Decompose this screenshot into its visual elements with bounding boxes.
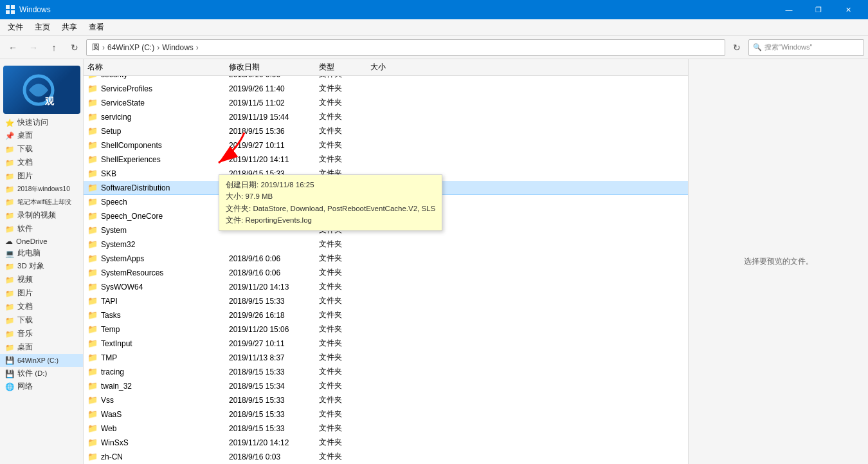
file-date: 2019/11/19 15:44	[229, 113, 319, 122]
table-row[interactable]: 📁 Setup 2018/9/15 15:36 文件夹	[84, 124, 688, 138]
forward-button[interactable]: →	[24, 39, 42, 57]
col-header-size[interactable]: 大小	[370, 62, 422, 73]
col-header-date[interactable]: 修改日期	[229, 62, 319, 73]
sidebar-item-ddrive[interactable]: 💾 软件 (D:)	[0, 367, 83, 380]
table-row[interactable]: 📁 TextInput 2019/9/27 10:11 文件夹	[84, 337, 688, 351]
up-button[interactable]: ↑	[45, 39, 63, 57]
file-name: WaaS	[101, 410, 122, 419]
file-type: 文件夹	[319, 267, 370, 278]
search-box[interactable]: 🔍 搜索"Windows"	[748, 39, 864, 56]
table-row[interactable]: 📁 TMP 2019/11/13 8:37 文件夹	[84, 351, 688, 365]
table-row[interactable]: 📁 Vss 2018/9/15 15:33 文件夹	[84, 393, 688, 407]
close-button[interactable]: ✕	[833, 0, 863, 19]
table-row[interactable]: 📁 WaaS 2018/9/15 15:33 文件夹	[84, 407, 688, 422]
file-date: 2018/9/15 15:36	[229, 127, 319, 136]
sidebar-item-onedrive[interactable]: ☁ OneDrive	[0, 236, 83, 247]
menu-home[interactable]: 主页	[30, 20, 55, 35]
folder-icon: 📁	[87, 254, 98, 263]
sidebar-item-docs[interactable]: 📁 文档	[0, 300, 83, 313]
table-row[interactable]: 📁 SystemApps 2018/9/16 0:06 文件夹	[84, 252, 688, 266]
col-header-type[interactable]: 类型	[319, 62, 370, 73]
folder-icon: 📁	[87, 225, 98, 235]
sidebar-item-2018win10[interactable]: 📁 2018年windows10	[0, 183, 83, 196]
table-row[interactable]: 📁 System32 文件夹	[84, 237, 688, 252]
table-row[interactable]: 📁 WinSxS 2019/11/20 14:12 文件夹	[84, 436, 688, 450]
table-row[interactable]: 📁 Speech_OneCore 文件夹	[84, 209, 688, 223]
sidebar-item-desktop2[interactable]: 📁 桌面	[0, 340, 83, 354]
sidebar-item-software1[interactable]: 📁 软件	[0, 222, 83, 236]
table-row[interactable]: 📁 twain_32 2018/9/15 15:34 文件夹	[84, 379, 688, 393]
sidebar-item-wifi[interactable]: 📁 笔记本wifi连上却没	[0, 196, 83, 209]
menu-share[interactable]: 共享	[57, 20, 82, 35]
table-row[interactable]: 📁 Speech 2018/9/15 15:33 文件夹	[84, 195, 688, 209]
menu-bar: 文件 主页 共享 查看	[0, 19, 868, 36]
file-type: 文件夹	[319, 140, 370, 151]
table-row[interactable]: 📁 SystemResources 2018/9/16 0:06 文件夹	[84, 266, 688, 280]
menu-view[interactable]: 查看	[84, 20, 109, 35]
sidebar-item-video-rec[interactable]: 📁 录制的视频	[0, 209, 83, 222]
sidebar-item-quickaccess[interactable]: ⭐ 快速访问	[0, 116, 83, 129]
file-name: Temp	[101, 325, 120, 334]
file-type: 文件夹	[319, 196, 370, 207]
sidebar-item-network[interactable]: 🌐 网络	[0, 380, 83, 393]
table-row[interactable]: 📁 Temp 2019/11/20 15:06 文件夹	[84, 322, 688, 337]
table-row[interactable]: 📁 tracing 2018/9/15 15:33 文件夹	[84, 365, 688, 379]
menu-file[interactable]: 文件	[3, 20, 28, 35]
file-name: TextInput	[101, 339, 132, 348]
folder-icon: 📁	[87, 381, 98, 391]
file-name: tracing	[101, 367, 124, 376]
star-icon: ⭐	[5, 118, 14, 127]
table-row[interactable]: 📁 servicing 2019/11/19 15:44 文件夹	[84, 110, 688, 124]
table-row[interactable]: 📁 TAPI 2018/9/15 15:33 文件夹	[84, 294, 688, 308]
sidebar-item-3d[interactable]: 📁 3D 对象	[0, 259, 83, 273]
folder-icon: 📁	[5, 172, 14, 181]
maximize-button[interactable]: ❐	[804, 0, 833, 19]
col-header-name[interactable]: 名称	[87, 62, 229, 73]
file-type: 文件夹	[319, 239, 370, 250]
table-row[interactable]: 📁 ShellExperiences 2019/11/20 14:11 文件夹	[84, 153, 688, 167]
folder-icon: 📁	[87, 353, 98, 362]
back-button[interactable]: ←	[4, 39, 22, 57]
folder-icon: 📁	[87, 339, 98, 348]
folder-icon: 📁	[5, 262, 14, 271]
table-row[interactable]: 📁 SoftwareDistribution 2019/11/14 16:59 …	[84, 181, 688, 195]
folder-icon: 📁	[87, 452, 98, 461]
file-name: Tasks	[101, 311, 121, 320]
refresh-button[interactable]: ↻	[66, 39, 84, 57]
sidebar-item-desktop1[interactable]: 📌 桌面	[0, 129, 83, 142]
sidebar: 观 ⭐ 快速访问 📌 桌面 📁 下载 📁 文档 📁 图片 📁 2018年wind…	[0, 59, 84, 464]
table-row[interactable]: 📁 ShellComponents 2019/9/27 10:11 文件夹	[84, 138, 688, 153]
sidebar-item-music[interactable]: 📁 音乐	[0, 327, 83, 340]
folder-icon: 📁	[5, 211, 14, 220]
file-name: Setup	[101, 127, 121, 136]
table-row[interactable]: 📁 Web 2018/9/15 15:33 文件夹	[84, 422, 688, 436]
file-name: ShellExperiences	[101, 155, 161, 164]
svg-rect-2	[6, 10, 10, 14]
file-date: 2018/9/15 15:33	[229, 169, 319, 178]
folder-icon: 📁	[87, 211, 98, 221]
refresh-addr-button[interactable]: ↻	[728, 39, 746, 57]
sidebar-item-pic1[interactable]: 📁 图片	[0, 169, 83, 183]
table-row[interactable]: 📁 ServiceProfiles 2019/9/26 11:40 文件夹	[84, 82, 688, 96]
svg-text:观: 观	[44, 96, 55, 106]
table-row[interactable]: 📁 System 文件夹	[84, 223, 688, 237]
address-path[interactable]: 圆 › 64WinXP (C:) › Windows ›	[86, 39, 725, 56]
table-row[interactable]: 📁 SysWOW64 2019/11/20 14:13 文件夹	[84, 280, 688, 294]
sidebar-item-video[interactable]: 📁 视频	[0, 273, 83, 286]
sidebar-item-download2[interactable]: 📁 下载	[0, 313, 83, 327]
table-row[interactable]: 📁 SKB 2018/9/15 15:33 文件夹	[84, 167, 688, 181]
sidebar-item-doc1[interactable]: 📁 文档	[0, 156, 83, 169]
table-row[interactable]: 📁 zh-CN 2018/9/16 0:03 文件夹	[84, 450, 688, 464]
minimize-button[interactable]: —	[774, 0, 804, 19]
sidebar-item-pictures[interactable]: 📁 图片	[0, 286, 83, 300]
folder-icon: 📁	[87, 183, 98, 192]
file-name: System32	[101, 240, 135, 249]
sidebar-item-cdrive[interactable]: 💾 64WinXP (C:)	[0, 354, 83, 367]
folder-icon: 📁	[87, 395, 98, 405]
sidebar-item-download1[interactable]: 📁 下载	[0, 142, 83, 156]
table-row[interactable]: 📁 Tasks 2019/9/26 16:18 文件夹	[84, 308, 688, 322]
table-row[interactable]: 📁 ServiceState 2019/11/5 11:02 文件夹	[84, 96, 688, 110]
folder-icon: 📁	[87, 112, 98, 122]
sidebar-item-thispc[interactable]: 💻 此电脑	[0, 247, 83, 259]
file-rows-container: 📁 PrintDialog 2019/9/26 11:40 文件夹 📁 Prov…	[84, 59, 688, 464]
